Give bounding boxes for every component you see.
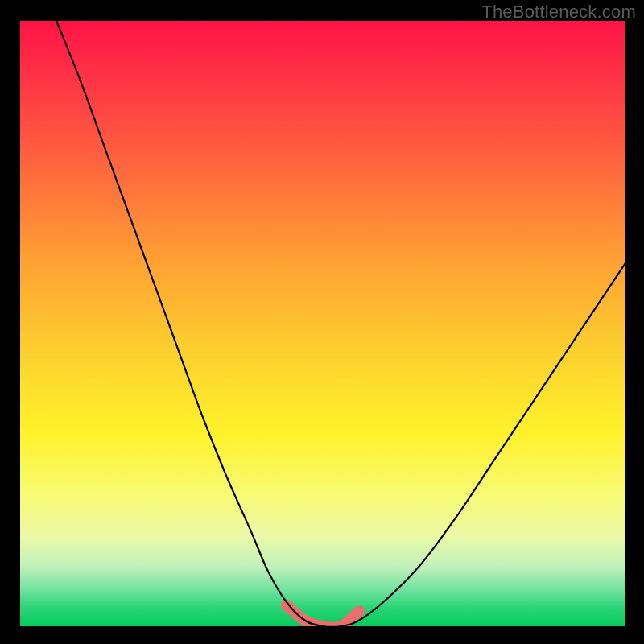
chart-svg xyxy=(20,21,625,626)
plot-area xyxy=(20,21,625,626)
watermark-text: TheBottleneck.com xyxy=(481,2,636,23)
bottleneck-curve xyxy=(56,21,625,626)
sweet-spot-highlight xyxy=(287,605,359,626)
chart-frame: TheBottleneck.com xyxy=(0,0,644,644)
